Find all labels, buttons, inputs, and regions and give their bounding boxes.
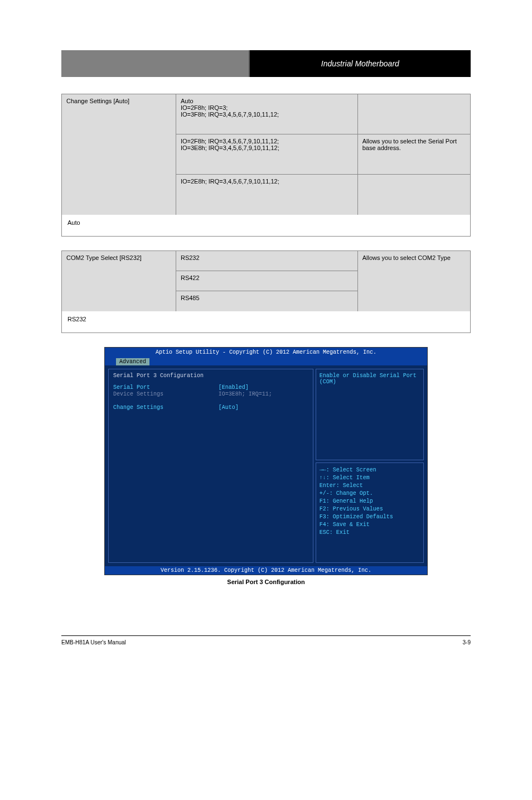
setting-desc: Allows you to select COM2 Type [358, 251, 470, 311]
header-left-block [61, 50, 250, 77]
bios-setting-row: Device Settings IO=3E8h; IRQ=11; [113, 391, 308, 397]
bios-section-title: Serial Port 3 Configuration [113, 373, 308, 379]
setting-name: COM2 Type Select [RS232] [62, 251, 176, 311]
header-right-text: Industrial Motherboard [321, 59, 399, 68]
bios-label: Device Settings [113, 391, 219, 397]
setting-options-col: Auto IO=2F8h; IRQ=3; IO=3F8h; IRQ=3,4,5,… [176, 94, 358, 215]
bios-value: IO=3E8h; IRQ=11; [219, 391, 308, 397]
page-header-band: Industrial Motherboard [61, 50, 471, 77]
setting-options-col: RS232 RS422 RS485 [176, 251, 358, 311]
bios-value: [Enabled] [219, 384, 308, 391]
setting-name: Change Settings [Auto] [62, 94, 176, 215]
bios-help-text: Enable or Disable Serial Port (COM) [316, 369, 424, 460]
header-right-block: Industrial Motherboard [250, 50, 471, 77]
page-footer: EMB-H81A User's Manual 3-9 [61, 635, 471, 645]
settings-table-2: COM2 Type Select [RS232] RS232 RS422 RS4… [61, 250, 471, 333]
default-value-row: Auto [62, 215, 470, 236]
setting-option: IO=2E8h; IRQ=3,4,5,6,7,9,10,11,12; [176, 175, 357, 215]
table-row: COM2 Type Select [RS232] RS232 RS422 RS4… [62, 251, 470, 311]
bios-key-legend: →←: Select Screen ↑↓: Select Item Enter:… [316, 462, 424, 563]
page-number: 3-9 [463, 639, 471, 645]
setting-desc [358, 94, 470, 134]
bios-title: Aptio Setup Utility - Copyright (C) 2012… [105, 348, 427, 357]
setting-option: IO=2F8h; IRQ=3,4,5,6,7,9,10,11,12; IO=3E… [176, 134, 357, 175]
settings-table-1: Change Settings [Auto] Auto IO=2F8h; IRQ… [61, 94, 471, 237]
bios-right-panel: Enable or Disable Serial Port (COM) →←: … [316, 369, 424, 563]
setting-option: RS422 [176, 271, 357, 291]
table-row: Change Settings [Auto] Auto IO=2F8h; IRQ… [62, 94, 470, 215]
bios-body: Serial Port 3 Configuration Serial Port … [105, 365, 427, 566]
setting-option: RS485 [176, 291, 357, 311]
bios-tab-bar: Advanced [105, 357, 427, 365]
default-value-row: RS232 [62, 311, 470, 332]
setting-desc-col: Allows you to select COM2 Type [358, 251, 470, 311]
bios-label: Serial Port [113, 384, 219, 391]
setting-option: Auto IO=2F8h; IRQ=3; IO=3F8h; IRQ=3,4,5,… [176, 94, 357, 134]
setting-desc: Allows you to select the Serial Port bas… [358, 134, 470, 175]
manual-name: EMB-H81A User's Manual [61, 639, 126, 645]
bios-setting-row: Change Settings [Auto] [113, 404, 308, 411]
setting-desc-col: Allows you to select the Serial Port bas… [358, 94, 470, 215]
bios-label: Change Settings [113, 404, 219, 411]
setting-option: RS232 [176, 251, 357, 271]
bios-tab-advanced: Advanced [116, 358, 149, 365]
bios-spacer [113, 398, 308, 404]
bios-setting-row: Serial Port [Enabled] [113, 384, 308, 391]
bios-footer: Version 2.15.1236. Copyright (C) 2012 Am… [105, 566, 427, 575]
bios-value: [Auto] [219, 404, 308, 411]
bios-screenshot: Aptio Setup Utility - Copyright (C) 2012… [104, 347, 428, 575]
setting-desc [358, 175, 470, 215]
figure-caption: Serial Port 3 Configuration [61, 579, 471, 585]
bios-left-panel: Serial Port 3 Configuration Serial Port … [108, 369, 313, 563]
